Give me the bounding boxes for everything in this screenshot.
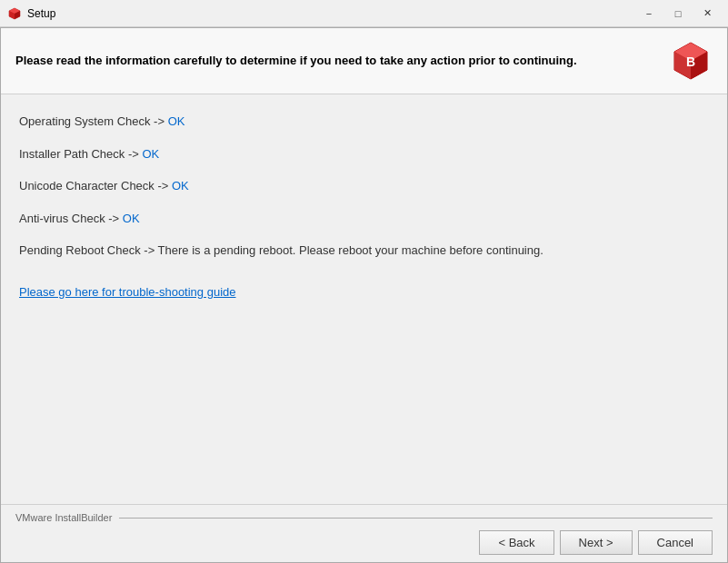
check-unicode: Unicode Character Check -> OK [19, 177, 709, 195]
cancel-button[interactable]: Cancel [638, 530, 713, 555]
svg-text:B: B [686, 54, 695, 69]
minimize-button[interactable]: − [635, 5, 663, 23]
back-button[interactable]: < Back [479, 530, 553, 555]
app-icon [7, 6, 22, 21]
check-os: Operating System Check -> OK [19, 113, 709, 131]
check-reboot: Pending Reboot Check -> There is a pendi… [19, 242, 709, 260]
window-controls: − □ ✕ [635, 5, 721, 23]
header-logo: B [669, 39, 713, 83]
main-window: Please read the information carefully to… [0, 27, 728, 563]
header-text: Please read the information carefully to… [15, 53, 577, 69]
brand-area: VMware InstallBuilder [15, 512, 713, 523]
title-bar: Setup − □ ✕ [0, 0, 728, 27]
title-bar-text: Setup [27, 7, 635, 20]
header-section: Please read the information carefully to… [1, 28, 727, 94]
check-antivirus: Anti-virus Check -> OK [19, 210, 709, 228]
next-button[interactable]: Next > [560, 530, 633, 555]
close-button[interactable]: ✕ [693, 5, 721, 23]
button-group: < Back Next > Cancel [15, 530, 713, 555]
brand-text: VMware InstallBuilder [15, 512, 112, 523]
content-area: Operating System Check -> OK Installer P… [1, 94, 727, 504]
footer-section: VMware InstallBuilder < Back Next > Canc… [1, 504, 727, 562]
brand-divider [119, 518, 713, 519]
troubleshoot-link[interactable]: Please go here for trouble-shooting guid… [19, 285, 236, 299]
maximize-button[interactable]: □ [664, 5, 692, 23]
check-installer-path: Installer Path Check -> OK [19, 145, 709, 163]
